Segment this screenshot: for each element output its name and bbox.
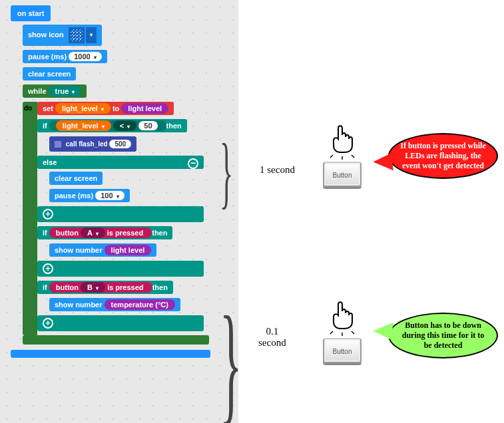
button-b-pressed[interactable]: button B ▾ is pressed [49,282,152,293]
minus-icon[interactable]: − [188,158,198,169]
pause-value-dropdown[interactable]: 100 ▾ [95,191,124,200]
clear-screen-block[interactable]: clear screen [49,172,103,185]
chevron-down-icon: ▾ [102,124,105,130]
set-label: set [43,104,53,112]
button-selector[interactable]: A ▾ [81,227,105,238]
speech-tail [372,319,393,339]
plus-icon[interactable]: + [43,209,53,219]
led-pattern-icon[interactable] [69,27,85,43]
speech-bubble-warning: If button is pressed while LEDs are flas… [388,133,498,179]
svg-line-5 [352,331,354,334]
show-number-block[interactable]: show number temperature (°C) [49,298,180,311]
speech-bubble-info: Button has to be down during this time f… [388,313,498,358]
if-label: if [43,283,47,291]
function-arg[interactable]: 500 [109,140,131,148]
chevron-down-icon[interactable]: ▾ [86,27,97,43]
plus-icon[interactable]: + [43,263,53,274]
if-footer[interactable]: + [37,261,204,277]
pause-value-dropdown[interactable]: 1000 ▾ [69,52,102,61]
pause-label: pause (ms) [55,192,93,200]
svg-line-2 [352,155,354,158]
temperature-value[interactable]: temperature (°C) [105,299,175,310]
set-variable-block[interactable]: set light_level ▾ to light level [37,102,174,115]
plus-icon[interactable]: + [43,318,53,329]
if-block[interactable]: if light_level ▾ < ▾ 50 then [37,119,187,132]
operator-dropdown[interactable]: < ▾ [113,120,137,131]
on-start-footer [11,350,210,358]
if-button-b-block[interactable]: if button B ▾ is pressed then [37,281,173,294]
while-label: while [28,87,47,95]
while-footer [23,335,209,345]
show-number-label: show number [55,301,103,309]
variable-ref[interactable]: light_level ▾ [56,120,111,131]
button-key: Button [323,162,362,187]
pause-label: pause (ms) [28,53,67,61]
show-number-label: show number [55,246,103,254]
else-label: else [43,158,57,166]
if-label: if [43,229,47,237]
brace1-label: 1 second [260,164,295,176]
show-number-block[interactable]: show number light level [49,243,156,257]
true-dropdown[interactable]: true ▾ [49,86,82,96]
hand-press-icon [318,123,366,160]
call-label: call flash_led [66,140,108,148]
block-canvas: on start show icon ▾ pause (ms) 1000 ▾ c… [0,0,238,423]
if-footer[interactable]: + [37,206,204,222]
light-level-value[interactable]: light level [105,245,152,255]
then-label: then [152,283,168,291]
threshold-value[interactable]: 50 [138,121,157,130]
svg-line-3 [330,331,333,334]
button-a-pressed[interactable]: button A ▾ is pressed [49,227,152,238]
chevron-down-icon: ▾ [101,106,104,112]
button-illustration: Button [318,299,366,363]
variable-dropdown[interactable]: light_level ▾ [55,103,111,114]
chevron-down-icon: ▾ [96,285,99,291]
chevron-down-icon: ▾ [94,55,97,61]
brace-icon: } [220,286,242,423]
speech-tail [372,154,393,174]
do-sidebar: do [23,102,37,335]
svg-line-0 [330,155,333,158]
chevron-down-icon: ▾ [96,231,99,237]
then-label: then [152,229,167,237]
chevron-down-icon: ▾ [117,194,119,200]
else-block[interactable]: else − [37,156,204,169]
pause-block[interactable]: pause (ms) 100 ▾ [49,189,130,202]
if-label: if [43,122,47,130]
show-icon-block[interactable]: show icon ▾ [23,25,102,46]
button-key: Button [323,338,362,363]
if-button-a-block[interactable]: if button A ▾ is pressed then [37,226,172,239]
pause-block[interactable]: pause (ms) 1000 ▾ [23,50,107,63]
to-label: to [113,104,119,112]
call-function-block[interactable]: call flash_led 500 [49,136,136,152]
speech-text: If button is pressed while LEDs are flas… [400,141,485,170]
show-icon-label: show icon [28,31,64,39]
button-selector[interactable]: B ▾ [81,282,105,293]
comparison-block[interactable]: light_level ▾ < ▾ 50 [49,120,166,131]
brace-icon: } [220,126,233,218]
clear-screen-block[interactable]: clear screen [23,67,76,80]
chevron-down-icon: ▾ [127,124,130,130]
function-icon [55,141,61,148]
annotation-panel: } 1 second Button If button is pressed w… [238,0,504,423]
chevron-down-icon: ▾ [72,89,75,95]
light-level-input[interactable]: light level [121,103,168,114]
speech-text: Button has to be down during this time f… [402,321,484,350]
button-illustration: Button [318,123,366,187]
while-block[interactable]: while true ▾ [23,84,87,98]
then-label: then [166,122,182,130]
on-start-block[interactable]: on start [11,5,51,21]
brace2-label: 0.1 second [258,326,286,349]
hand-press-icon [318,299,366,337]
if-footer[interactable]: + [37,315,204,331]
